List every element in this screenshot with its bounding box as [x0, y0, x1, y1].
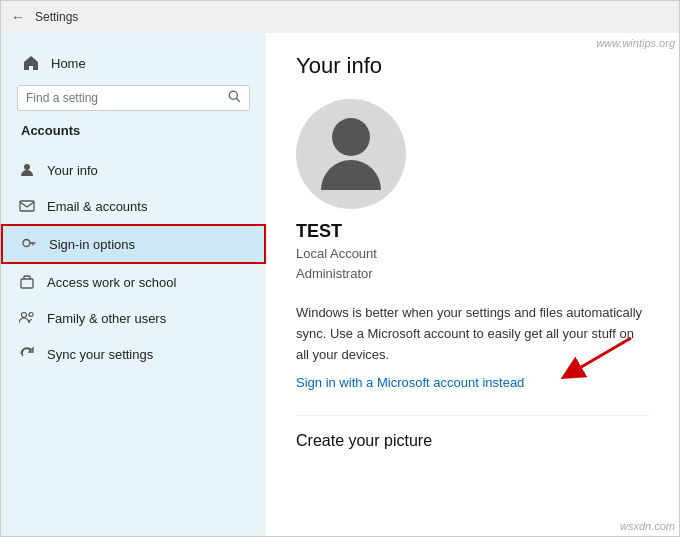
- watermark-top: www.wintips.org: [596, 37, 675, 49]
- sidebar-item-your-info[interactable]: Your info: [1, 152, 266, 188]
- sidebar-item-email-label: Email & accounts: [47, 199, 147, 214]
- sidebar-item-access-work-label: Access work or school: [47, 275, 176, 290]
- sidebar-item-email-accounts[interactable]: Email & accounts: [1, 188, 266, 224]
- svg-rect-3: [20, 201, 34, 211]
- sidebar-item-sign-in-label: Sign-in options: [49, 237, 135, 252]
- search-input[interactable]: [26, 91, 228, 105]
- sidebar: Home Accounts: [1, 33, 266, 536]
- create-picture-title: Create your picture: [296, 415, 649, 450]
- sidebar-section-title: Accounts: [17, 123, 250, 138]
- person-icon: [17, 162, 37, 178]
- main-content: www.wintips.org Your info TEST Local Acc…: [266, 33, 679, 536]
- svg-point-4: [23, 240, 30, 247]
- sidebar-item-sign-in-options[interactable]: Sign-in options: [1, 224, 266, 264]
- content-area: Home Accounts: [1, 33, 679, 536]
- sidebar-item-sync-settings[interactable]: Sync your settings: [1, 336, 266, 372]
- svg-point-0: [229, 91, 237, 99]
- sidebar-item-sync-label: Sync your settings: [47, 347, 153, 362]
- sidebar-item-home[interactable]: Home: [17, 45, 250, 81]
- search-icon: [228, 90, 241, 106]
- home-icon: [21, 55, 41, 71]
- svg-point-7: [29, 313, 33, 317]
- user-role: Administrator: [296, 264, 373, 284]
- svg-point-2: [24, 164, 30, 170]
- sidebar-item-home-label: Home: [51, 56, 86, 71]
- signin-microsoft-link[interactable]: Sign in with a Microsoft account instead: [296, 375, 524, 390]
- avatar: [296, 99, 406, 209]
- avatar-section: TEST Local Account Administrator: [296, 99, 649, 283]
- briefcase-icon: [17, 274, 37, 290]
- people-icon: [17, 310, 37, 326]
- watermark-bottom: wsxdn.com: [620, 520, 675, 532]
- svg-point-6: [22, 313, 27, 318]
- sidebar-item-family-users[interactable]: Family & other users: [1, 300, 266, 336]
- settings-window: ← Settings Home: [0, 0, 680, 537]
- email-icon: [17, 198, 37, 214]
- user-account-type: Local Account: [296, 244, 377, 264]
- window-title: Settings: [35, 10, 78, 24]
- back-button[interactable]: ←: [11, 9, 25, 25]
- svg-line-1: [237, 99, 240, 102]
- avatar-body: [321, 160, 381, 190]
- sidebar-item-your-info-label: Your info: [47, 163, 98, 178]
- user-name: TEST: [296, 221, 342, 242]
- sidebar-header: Home Accounts: [1, 33, 266, 152]
- key-icon: [19, 236, 39, 252]
- page-title: Your info: [296, 53, 649, 79]
- sync-icon: [17, 346, 37, 362]
- info-box: Windows is better when your settings and…: [296, 303, 649, 391]
- sidebar-item-family-label: Family & other users: [47, 311, 166, 326]
- sidebar-item-access-work[interactable]: Access work or school: [1, 264, 266, 300]
- info-message: Windows is better when your settings and…: [296, 303, 649, 365]
- search-box[interactable]: [17, 85, 250, 111]
- avatar-head: [332, 118, 370, 156]
- titlebar: ← Settings: [1, 1, 679, 33]
- svg-rect-5: [21, 279, 33, 288]
- avatar-person-icon: [321, 118, 381, 190]
